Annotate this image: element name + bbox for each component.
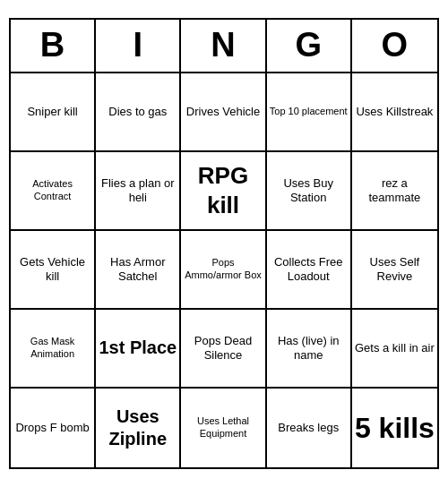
bingo-header: BINGO xyxy=(11,20,437,73)
bingo-letter-i: I xyxy=(96,20,181,72)
bingo-cell-22: Uses Lethal Equipment xyxy=(181,389,266,467)
bingo-grid: Sniper killDies to gasDrives VehicleTop … xyxy=(11,73,437,467)
bingo-cell-18: Has (live) in name xyxy=(267,310,352,389)
bingo-cell-20: Drops F bomb xyxy=(11,389,96,467)
bingo-cell-0: Sniper kill xyxy=(11,73,96,152)
bingo-cell-2: Drives Vehicle xyxy=(181,73,266,152)
bingo-cell-16: 1st Place xyxy=(96,310,181,389)
bingo-cell-24: 5 kills xyxy=(352,389,437,467)
bingo-cell-11: Has Armor Satchel xyxy=(96,231,181,310)
bingo-card: BINGO Sniper killDies to gasDrives Vehic… xyxy=(9,18,439,469)
bingo-cell-15: Gas Mask Animation xyxy=(11,310,96,389)
bingo-letter-n: N xyxy=(181,20,266,72)
bingo-cell-19: Gets a kill in air xyxy=(352,310,437,389)
bingo-cell-23: Breaks legs xyxy=(267,389,352,467)
bingo-cell-1: Dies to gas xyxy=(96,73,181,152)
bingo-cell-12: Pops Ammo/armor Box xyxy=(181,231,266,310)
bingo-cell-8: Uses Buy Station xyxy=(267,152,352,231)
bingo-letter-b: B xyxy=(11,20,96,72)
bingo-cell-14: Uses Self Revive xyxy=(352,231,437,310)
bingo-cell-5: Activates Contract xyxy=(11,152,96,231)
bingo-letter-o: O xyxy=(352,20,437,72)
bingo-cell-10: Gets Vehicle kill xyxy=(11,231,96,310)
bingo-letter-g: G xyxy=(267,20,352,72)
bingo-cell-17: Pops Dead Silence xyxy=(181,310,266,389)
bingo-cell-7: RPG kill xyxy=(181,152,266,231)
bingo-cell-21: Uses Zipline xyxy=(96,389,181,467)
bingo-cell-13: Collects Free Loadout xyxy=(267,231,352,310)
bingo-cell-6: Flies a plan or heli xyxy=(96,152,181,231)
bingo-cell-3: Top 10 placement xyxy=(267,73,352,152)
bingo-cell-9: rez a teammate xyxy=(352,152,437,231)
bingo-cell-4: Uses Killstreak xyxy=(352,73,437,152)
